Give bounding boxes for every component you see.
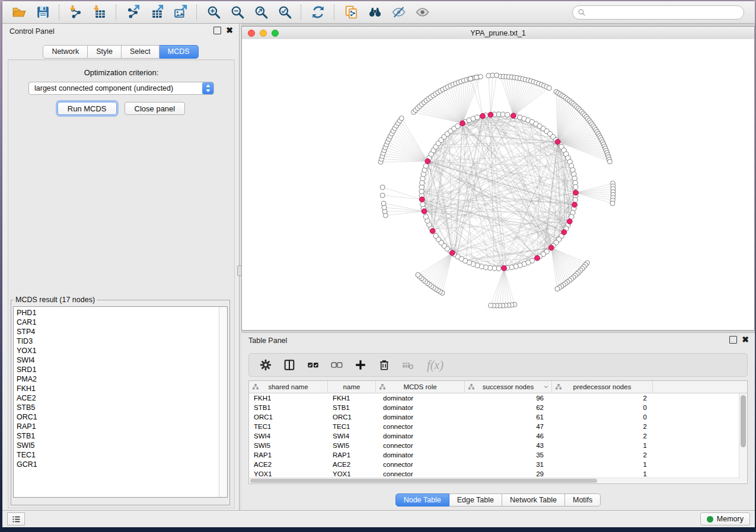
graph-node[interactable] bbox=[569, 214, 574, 219]
tab-select[interactable]: Select bbox=[122, 45, 160, 59]
tab-node-table[interactable]: Node Table bbox=[395, 493, 449, 507]
column-header-successor-nodes[interactable]: successor nodes bbox=[465, 381, 552, 393]
graph-node[interactable] bbox=[433, 233, 438, 238]
toolbar-hide-selected-button[interactable] bbox=[387, 4, 410, 21]
column-header-predecessor-nodes[interactable]: predecessor nodes bbox=[552, 381, 653, 393]
cell-role[interactable]: dominator bbox=[376, 395, 465, 402]
graph-node[interactable] bbox=[505, 113, 509, 117]
cell-shared_name[interactable]: YOX1 bbox=[249, 470, 328, 477]
toolbar-refresh-view-button[interactable] bbox=[306, 4, 330, 21]
mcds-result-item[interactable]: SWI4 bbox=[17, 355, 219, 365]
mcds-result-item[interactable]: PHD1 bbox=[17, 308, 219, 318]
graph-mcds-node[interactable] bbox=[419, 197, 425, 202]
graph-node[interactable] bbox=[475, 115, 480, 120]
close-panel-button[interactable]: Close panel bbox=[125, 102, 186, 115]
table-row[interactable]: SWI5SWI5connector431 bbox=[249, 441, 747, 450]
tab-network-table[interactable]: Network Table bbox=[502, 493, 565, 507]
table-row[interactable]: ORC1ORC1dominator610 bbox=[249, 412, 747, 422]
toolbar-save-session-button[interactable] bbox=[31, 4, 55, 21]
cell-successors[interactable]: 43 bbox=[465, 442, 552, 449]
cell-name[interactable]: SWI5 bbox=[328, 442, 376, 449]
cell-role[interactable]: dominator bbox=[376, 404, 465, 411]
graph-satellite-node[interactable] bbox=[468, 76, 473, 81]
toolbar-clone-network-button[interactable] bbox=[339, 4, 363, 21]
table-add-row-plus-button[interactable] bbox=[350, 356, 371, 374]
cell-name[interactable]: FKH1 bbox=[328, 395, 376, 402]
mcds-result-item[interactable]: PMA2 bbox=[17, 374, 219, 384]
cell-name[interactable]: ORC1 bbox=[328, 414, 376, 421]
cell-predecessors[interactable]: 2 bbox=[552, 423, 653, 430]
graph-node[interactable] bbox=[420, 202, 425, 207]
table-select-all-checkboxes-button[interactable] bbox=[302, 356, 324, 374]
cell-shared_name[interactable]: RAP1 bbox=[249, 451, 328, 459]
graph-mcds-node[interactable] bbox=[535, 255, 540, 261]
toolbar-import-table-button[interactable] bbox=[88, 4, 111, 21]
network-window-titlebar[interactable]: YPA_prune.txt_1 bbox=[242, 27, 754, 40]
cell-successors[interactable]: 31 bbox=[465, 461, 552, 468]
tab-network[interactable]: Network bbox=[43, 45, 88, 59]
memory-button[interactable]: Memory bbox=[700, 512, 750, 525]
cell-name[interactable]: TEC1 bbox=[328, 423, 376, 430]
cell-shared_name[interactable]: ORC1 bbox=[249, 414, 328, 421]
mcds-result-item[interactable]: TEC1 bbox=[17, 450, 219, 460]
cell-role[interactable]: dominator bbox=[376, 414, 465, 421]
close-panel-icon[interactable]: ✖ bbox=[226, 27, 233, 34]
cell-role[interactable]: dominator bbox=[376, 432, 465, 440]
graph-satellite-node[interactable] bbox=[381, 201, 386, 206]
graph-mcds-node[interactable] bbox=[449, 250, 455, 255]
cell-shared_name[interactable]: SWI5 bbox=[249, 442, 328, 449]
scrollbar-thumb[interactable] bbox=[250, 479, 597, 483]
mcds-result-item[interactable]: FKH1 bbox=[17, 384, 219, 393]
cell-shared_name[interactable]: FKH1 bbox=[249, 395, 328, 402]
cell-shared_name[interactable]: SWI4 bbox=[249, 432, 328, 440]
toolbar-export-image-button[interactable] bbox=[168, 4, 192, 21]
column-header-MCDS-role[interactable]: MCDS role bbox=[376, 381, 465, 393]
cell-predecessors[interactable]: 1 bbox=[552, 461, 653, 468]
mcds-result-item[interactable]: STB1 bbox=[17, 431, 219, 441]
mcds-result-item[interactable]: CAR1 bbox=[17, 318, 219, 327]
toolbar-zoom-selected-button[interactable] bbox=[273, 4, 296, 21]
graph-mcds-node[interactable] bbox=[480, 113, 486, 118]
graph-node[interactable] bbox=[573, 197, 578, 202]
table-row[interactable]: SWI4SWI4dominator462 bbox=[249, 431, 747, 441]
cell-successors[interactable]: 29 bbox=[465, 470, 552, 477]
cell-name[interactable]: RAP1 bbox=[328, 451, 376, 459]
graph-satellite-node[interactable] bbox=[607, 159, 612, 164]
cell-successors[interactable]: 35 bbox=[465, 451, 552, 459]
graph-mcds-node[interactable] bbox=[502, 265, 507, 271]
graph-satellite-node[interactable] bbox=[399, 116, 404, 121]
mcds-result-item[interactable]: ORC1 bbox=[17, 412, 219, 422]
cell-name[interactable]: YOX1 bbox=[328, 470, 376, 477]
cell-successors[interactable]: 61 bbox=[465, 414, 552, 421]
toolbar-export-table-button[interactable] bbox=[145, 4, 168, 21]
graph-satellite-node[interactable] bbox=[380, 185, 385, 190]
graph-mcds-node[interactable] bbox=[460, 121, 465, 126]
graph-mcds-node[interactable] bbox=[567, 219, 572, 224]
graph-mcds-node[interactable] bbox=[572, 202, 578, 207]
cell-successors[interactable]: 47 bbox=[465, 423, 552, 430]
scrollbar-thumb[interactable] bbox=[741, 395, 746, 447]
graph-mcds-node[interactable] bbox=[488, 112, 493, 117]
network-graph[interactable] bbox=[242, 39, 754, 330]
table-row[interactable]: ACE2ACE2connector311 bbox=[249, 460, 747, 469]
cell-successors[interactable]: 46 bbox=[465, 432, 552, 440]
graph-satellite-node[interactable] bbox=[547, 86, 551, 91]
toolbar-zoom-in-button[interactable] bbox=[202, 4, 225, 21]
graph-node[interactable] bbox=[423, 214, 428, 219]
graph-satellite-node[interactable] bbox=[555, 287, 560, 291]
toolbar-export-network-button[interactable] bbox=[121, 4, 145, 21]
table-row[interactable]: FKH1FKH1dominator962 bbox=[249, 393, 747, 403]
graph-satellite-node[interactable] bbox=[380, 193, 385, 198]
toolbar-find-binoculars-button[interactable] bbox=[363, 4, 387, 21]
mcds-result-item[interactable]: TID3 bbox=[17, 336, 219, 346]
mcds-list-scrollbar[interactable] bbox=[219, 307, 227, 497]
run-mcds-button[interactable]: Run MCDS bbox=[58, 102, 117, 115]
task-history-button[interactable] bbox=[7, 512, 25, 525]
cell-role[interactable]: connector bbox=[376, 470, 465, 477]
graph-satellite-node[interactable] bbox=[416, 273, 420, 277]
toolbar-zoom-out-button[interactable] bbox=[225, 4, 249, 21]
cell-role[interactable]: connector bbox=[376, 423, 465, 430]
mcds-result-item[interactable]: SRD1 bbox=[17, 365, 219, 374]
mcds-result-item[interactable]: YOX1 bbox=[17, 346, 219, 355]
graph-mcds-node[interactable] bbox=[562, 229, 567, 235]
